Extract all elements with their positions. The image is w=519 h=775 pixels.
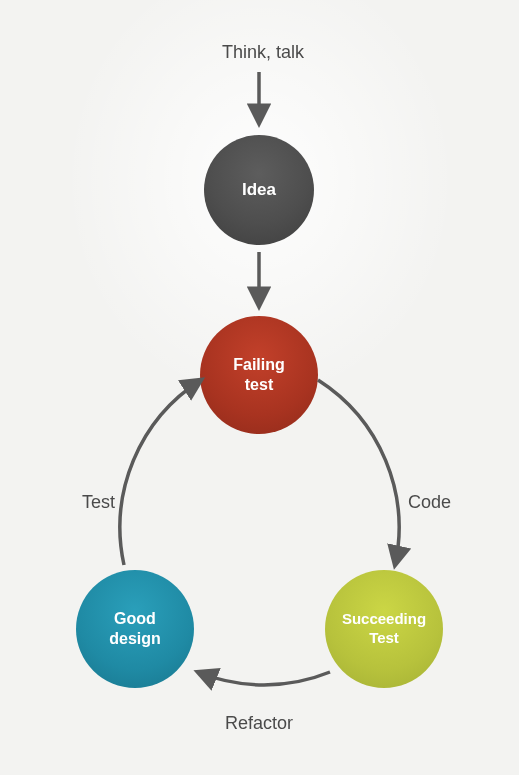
arrow-succeeding-to-good [198,672,330,685]
node-failing-test: Failing test [200,316,318,434]
top-label-think-talk: Think, talk [218,42,308,63]
arrow-failing-to-succeeding [318,380,399,565]
node-succeeding-test-label: Succeeding Test [342,610,426,648]
arrow-good-to-failing [120,380,201,565]
edge-label-test: Test [82,492,115,513]
node-good-design-label: Good design [109,609,161,649]
edge-label-refactor: Refactor [225,713,293,734]
node-idea-label: Idea [242,179,276,200]
node-failing-test-label: Failing test [233,355,285,395]
node-idea: Idea [204,135,314,245]
edge-label-code: Code [408,492,451,513]
node-good-design: Good design [76,570,194,688]
node-succeeding-test: Succeeding Test [325,570,443,688]
